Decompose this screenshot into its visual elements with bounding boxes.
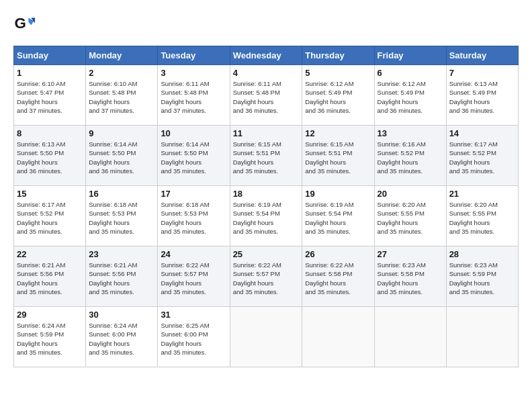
- calendar-cell: 23 Sunrise: 6:21 AM Sunset: 5:56 PM Dayl…: [86, 246, 158, 307]
- calendar-cell: 20 Sunrise: 6:20 AM Sunset: 5:55 PM Dayl…: [374, 186, 446, 246]
- day-info: Sunrise: 6:19 AM Sunset: 5:54 PM Dayligh…: [305, 200, 371, 236]
- day-number: 11: [233, 128, 300, 138]
- calendar-cell: 2 Sunrise: 6:10 AM Sunset: 5:48 PM Dayli…: [86, 65, 158, 126]
- calendar-cell: [374, 307, 446, 367]
- calendar-week-2: 8 Sunrise: 6:13 AM Sunset: 5:50 PM Dayli…: [14, 126, 519, 186]
- day-info: Sunrise: 6:10 AM Sunset: 5:48 PM Dayligh…: [89, 79, 154, 115]
- day-number: 17: [161, 189, 226, 199]
- weekday-header-sunday: Sunday: [14, 46, 86, 65]
- day-info: Sunrise: 6:15 AM Sunset: 5:51 PM Dayligh…: [305, 140, 371, 175]
- weekday-header-wednesday: Wednesday: [230, 46, 302, 65]
- day-info: Sunrise: 6:12 AM Sunset: 5:49 PM Dayligh…: [378, 79, 443, 115]
- day-number: 24: [161, 249, 226, 259]
- calendar-cell: 7 Sunrise: 6:13 AM Sunset: 5:49 PM Dayli…: [446, 65, 518, 126]
- calendar-table: SundayMondayTuesdayWednesdayThursdayFrid…: [13, 46, 519, 367]
- day-number: 20: [378, 189, 443, 199]
- day-info: Sunrise: 6:21 AM Sunset: 5:56 PM Dayligh…: [17, 261, 83, 296]
- day-number: 15: [17, 189, 83, 199]
- day-info: Sunrise: 6:23 AM Sunset: 5:59 PM Dayligh…: [449, 261, 515, 296]
- calendar-cell: 26 Sunrise: 6:22 AM Sunset: 5:58 PM Dayl…: [302, 246, 374, 307]
- day-info: Sunrise: 6:24 AM Sunset: 5:59 PM Dayligh…: [17, 321, 83, 357]
- logo-icon: G: [13, 13, 35, 35]
- calendar-cell: 28 Sunrise: 6:23 AM Sunset: 5:59 PM Dayl…: [446, 246, 518, 307]
- calendar-cell: 12 Sunrise: 6:15 AM Sunset: 5:51 PM Dayl…: [302, 126, 374, 186]
- day-number: 30: [89, 310, 154, 320]
- day-number: 27: [378, 249, 443, 259]
- day-info: Sunrise: 6:14 AM Sunset: 5:50 PM Dayligh…: [89, 140, 154, 175]
- day-number: 4: [233, 68, 300, 78]
- day-number: 18: [233, 189, 300, 199]
- day-number: 28: [449, 249, 515, 259]
- day-info: Sunrise: 6:25 AM Sunset: 6:00 PM Dayligh…: [161, 321, 226, 357]
- day-info: Sunrise: 6:18 AM Sunset: 5:53 PM Dayligh…: [161, 200, 226, 236]
- day-number: 25: [233, 249, 300, 259]
- calendar-week-4: 22 Sunrise: 6:21 AM Sunset: 5:56 PM Dayl…: [14, 246, 519, 307]
- day-number: 1: [17, 68, 83, 78]
- calendar-cell: 27 Sunrise: 6:23 AM Sunset: 5:58 PM Dayl…: [374, 246, 446, 307]
- svg-text:G: G: [15, 15, 26, 32]
- day-info: Sunrise: 6:17 AM Sunset: 5:52 PM Dayligh…: [17, 200, 83, 236]
- weekday-header-friday: Friday: [374, 46, 446, 65]
- calendar-cell: 4 Sunrise: 6:11 AM Sunset: 5:48 PM Dayli…: [230, 65, 302, 126]
- day-info: Sunrise: 6:14 AM Sunset: 5:50 PM Dayligh…: [161, 140, 226, 175]
- day-number: 21: [449, 189, 515, 199]
- calendar-cell: [302, 307, 374, 367]
- day-number: 22: [17, 249, 83, 259]
- calendar-cell: [446, 307, 518, 367]
- calendar-cell: 15 Sunrise: 6:17 AM Sunset: 5:52 PM Dayl…: [14, 186, 86, 246]
- calendar-cell: 5 Sunrise: 6:12 AM Sunset: 5:49 PM Dayli…: [302, 65, 374, 126]
- page-header: G: [13, 13, 519, 35]
- day-info: Sunrise: 6:18 AM Sunset: 5:53 PM Dayligh…: [89, 200, 154, 236]
- day-info: Sunrise: 6:11 AM Sunset: 5:48 PM Dayligh…: [161, 79, 226, 115]
- day-number: 8: [17, 128, 83, 138]
- calendar-header-row: SundayMondayTuesdayWednesdayThursdayFrid…: [14, 46, 519, 65]
- day-info: Sunrise: 6:13 AM Sunset: 5:50 PM Dayligh…: [17, 140, 83, 175]
- day-info: Sunrise: 6:13 AM Sunset: 5:49 PM Dayligh…: [449, 79, 515, 115]
- calendar-cell: 31 Sunrise: 6:25 AM Sunset: 6:00 PM Dayl…: [158, 307, 230, 367]
- day-number: 23: [89, 249, 154, 259]
- calendar-cell: 25 Sunrise: 6:22 AM Sunset: 5:57 PM Dayl…: [230, 246, 302, 307]
- day-info: Sunrise: 6:12 AM Sunset: 5:49 PM Dayligh…: [305, 79, 371, 115]
- weekday-header-tuesday: Tuesday: [158, 46, 230, 65]
- calendar-cell: 29 Sunrise: 6:24 AM Sunset: 5:59 PM Dayl…: [14, 307, 86, 367]
- calendar-cell: [230, 307, 302, 367]
- calendar-cell: 8 Sunrise: 6:13 AM Sunset: 5:50 PM Dayli…: [14, 126, 86, 186]
- calendar-cell: 22 Sunrise: 6:21 AM Sunset: 5:56 PM Dayl…: [14, 246, 86, 307]
- day-number: 10: [161, 128, 226, 138]
- day-info: Sunrise: 6:15 AM Sunset: 5:51 PM Dayligh…: [233, 140, 300, 175]
- day-number: 19: [305, 189, 371, 199]
- calendar-cell: 24 Sunrise: 6:22 AM Sunset: 5:57 PM Dayl…: [158, 246, 230, 307]
- calendar-cell: 9 Sunrise: 6:14 AM Sunset: 5:50 PM Dayli…: [86, 126, 158, 186]
- day-number: 6: [378, 68, 443, 78]
- calendar-cell: 21 Sunrise: 6:20 AM Sunset: 5:55 PM Dayl…: [446, 186, 518, 246]
- calendar-week-3: 15 Sunrise: 6:17 AM Sunset: 5:52 PM Dayl…: [14, 186, 519, 246]
- day-info: Sunrise: 6:23 AM Sunset: 5:58 PM Dayligh…: [378, 261, 443, 296]
- day-info: Sunrise: 6:11 AM Sunset: 5:48 PM Dayligh…: [233, 79, 300, 115]
- day-info: Sunrise: 6:22 AM Sunset: 5:58 PM Dayligh…: [305, 261, 371, 296]
- calendar-cell: 30 Sunrise: 6:24 AM Sunset: 6:00 PM Dayl…: [86, 307, 158, 367]
- day-number: 16: [89, 189, 154, 199]
- day-info: Sunrise: 6:22 AM Sunset: 5:57 PM Dayligh…: [161, 261, 226, 296]
- calendar-cell: 14 Sunrise: 6:17 AM Sunset: 5:52 PM Dayl…: [446, 126, 518, 186]
- day-info: Sunrise: 6:16 AM Sunset: 5:52 PM Dayligh…: [378, 140, 443, 175]
- calendar-cell: 13 Sunrise: 6:16 AM Sunset: 5:52 PM Dayl…: [374, 126, 446, 186]
- day-info: Sunrise: 6:20 AM Sunset: 5:55 PM Dayligh…: [378, 200, 443, 236]
- calendar-cell: 11 Sunrise: 6:15 AM Sunset: 5:51 PM Dayl…: [230, 126, 302, 186]
- calendar-cell: 18 Sunrise: 6:19 AM Sunset: 5:54 PM Dayl…: [230, 186, 302, 246]
- day-info: Sunrise: 6:22 AM Sunset: 5:57 PM Dayligh…: [233, 261, 300, 296]
- day-number: 9: [89, 128, 154, 138]
- logo: G: [13, 13, 38, 35]
- calendar-cell: 10 Sunrise: 6:14 AM Sunset: 5:50 PM Dayl…: [158, 126, 230, 186]
- day-number: 26: [305, 249, 371, 259]
- day-number: 29: [17, 310, 83, 320]
- day-number: 2: [89, 68, 154, 78]
- calendar-cell: 16 Sunrise: 6:18 AM Sunset: 5:53 PM Dayl…: [86, 186, 158, 246]
- weekday-header-saturday: Saturday: [446, 46, 518, 65]
- calendar-cell: 19 Sunrise: 6:19 AM Sunset: 5:54 PM Dayl…: [302, 186, 374, 246]
- calendar-week-1: 1 Sunrise: 6:10 AM Sunset: 5:47 PM Dayli…: [14, 65, 519, 126]
- day-info: Sunrise: 6:17 AM Sunset: 5:52 PM Dayligh…: [449, 140, 515, 175]
- weekday-header-thursday: Thursday: [302, 46, 374, 65]
- day-number: 14: [449, 128, 515, 138]
- day-number: 7: [449, 68, 515, 78]
- calendar-cell: 1 Sunrise: 6:10 AM Sunset: 5:47 PM Dayli…: [14, 65, 86, 126]
